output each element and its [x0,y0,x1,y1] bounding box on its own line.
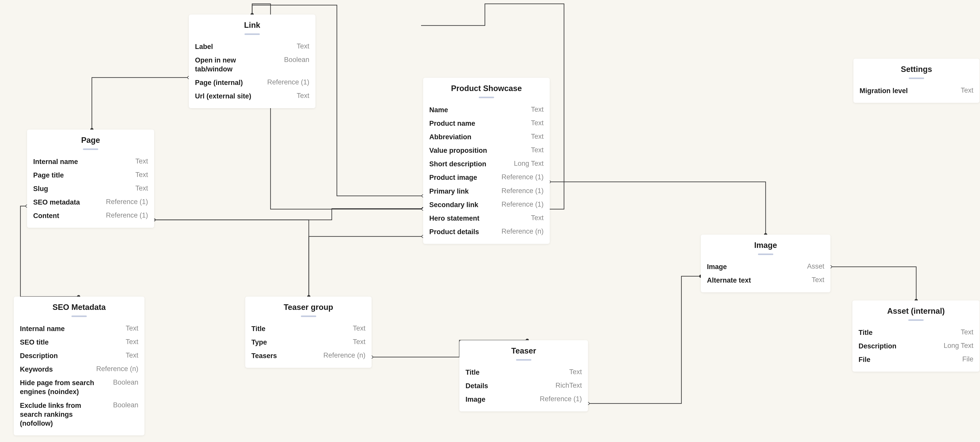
node-title: Product Showcase [429,84,544,93]
field-type: Text [531,106,544,114]
field-type: Boolean [113,379,138,387]
field-name: Value proposition [429,146,487,155]
node-body: Internal nameText SEO titleText Descript… [14,321,145,436]
field-type: Long Text [514,160,544,168]
field-name: Migration level [859,86,908,95]
node-title: Settings [859,65,974,74]
field-type: Text [531,146,544,154]
field-type: Text [135,171,148,179]
field-name: Title [251,325,266,333]
field-row: SEO titleText [20,336,138,349]
drag-handle-icon[interactable] [909,78,924,79]
node-header: Image [701,234,830,258]
drag-handle-icon[interactable] [516,359,531,361]
field-row: SEO metadataReference (1) [33,196,148,209]
field-row: Page titleText [33,169,148,182]
field-type: Text [531,119,544,127]
field-type: Text [126,325,138,332]
node-page[interactable]: Page Internal nameText Page titleText Sl… [27,130,154,228]
field-row: NameText [429,103,544,117]
field-row: ImageReference (1) [466,393,582,406]
drag-handle-icon[interactable] [908,319,924,321]
field-type: Reference (1) [106,211,148,219]
node-header: Teaser [460,340,588,364]
field-row: ContentReference (1) [33,209,148,223]
node-teaser[interactable]: Teaser TitleText DetailsRichText ImageRe… [460,340,588,411]
node-title: Teaser [466,346,582,356]
field-type: Reference (n) [501,228,544,235]
field-row: Migration levelText [859,84,974,98]
field-row: Product imageReference (1) [429,171,544,184]
drag-handle-icon[interactable] [83,149,98,150]
field-name: Name [429,106,448,114]
field-type: Asset [807,263,824,270]
field-type: Reference (1) [501,173,544,181]
field-row: ImageAsset [707,260,824,274]
node-header: Settings [853,59,980,82]
field-row: Secondary linkReference (1) [429,198,544,212]
field-type: Text [353,338,366,346]
node-product-showcase[interactable]: Product Showcase NameText Product nameTe… [423,78,550,244]
field-type: Text [569,368,582,376]
field-row: Product detailsReference (n) [429,225,544,239]
field-row: Primary linkReference (1) [429,185,544,198]
field-name: File [859,355,870,364]
node-title: Image [707,241,824,250]
field-row: TeasersReference (n) [251,349,366,363]
drag-handle-icon[interactable] [479,97,494,98]
field-name: Secondary link [429,200,478,209]
field-name: Abbreviation [429,133,471,141]
field-name: Primary link [429,187,469,196]
field-name: Description [859,342,897,351]
field-name: Label [195,42,213,51]
field-name: Title [859,328,873,337]
field-name: Image [466,395,485,404]
field-row: TitleText [466,366,582,379]
field-name: Image [707,263,727,271]
node-link[interactable]: Link LabelText Open in new tab/windowBoo… [189,14,315,108]
field-row: DescriptionText [20,349,138,363]
field-name: Url (external site) [195,92,251,101]
field-row: Exclude links from search rankings (nofo… [20,399,138,430]
field-row: Internal nameText [20,322,138,336]
field-type: Text [811,276,824,284]
field-row: Short descriptionLong Text [429,157,544,171]
node-asset[interactable]: Asset (internal) TitleText DescriptionLo… [853,301,980,372]
field-type: Boolean [284,56,309,64]
field-row: Hero statementText [429,212,544,225]
field-type: Text [961,86,974,94]
node-title: Page [33,136,148,145]
drag-handle-icon[interactable] [72,315,87,317]
node-seo-metadata[interactable]: SEO Metadata Internal nameText SEO title… [14,296,145,436]
node-title: SEO Metadata [20,303,138,312]
field-row: SlugText [33,182,148,196]
field-type: Text [297,92,309,100]
field-type: Text [531,214,544,222]
field-name: Page (internal) [195,78,243,87]
field-type: File [962,355,974,363]
field-type: Text [531,133,544,141]
drag-handle-icon[interactable] [301,315,316,317]
field-name: SEO metadata [33,198,80,207]
field-name: Short description [429,160,487,169]
field-name: Content [33,211,59,220]
node-body: ImageAsset Alternate textText [701,258,830,292]
field-name: Open in new tab/window [195,56,274,74]
drag-handle-icon[interactable] [245,33,260,35]
field-row: Value propositionText [429,144,544,157]
field-row: Internal nameText [33,155,148,169]
node-settings[interactable]: Settings Migration levelText [853,59,980,103]
field-type: Text [353,325,366,332]
node-teaser-group[interactable]: Teaser group TitleText TypeText TeasersR… [245,296,372,368]
drag-handle-icon[interactable] [758,253,773,255]
node-header: Product Showcase [423,78,550,102]
field-name: Keywords [20,365,53,374]
field-name: Description [20,352,58,360]
node-image[interactable]: Image ImageAsset Alternate textText [701,234,830,292]
node-body: TitleText TypeText TeasersReference (n) [245,321,372,368]
field-name: Slug [33,184,48,193]
node-body: NameText Product nameText AbbreviationTe… [423,102,550,244]
field-row: DescriptionLong Text [859,339,974,353]
field-type: Text [126,352,138,360]
field-type: Reference (1) [540,395,582,403]
